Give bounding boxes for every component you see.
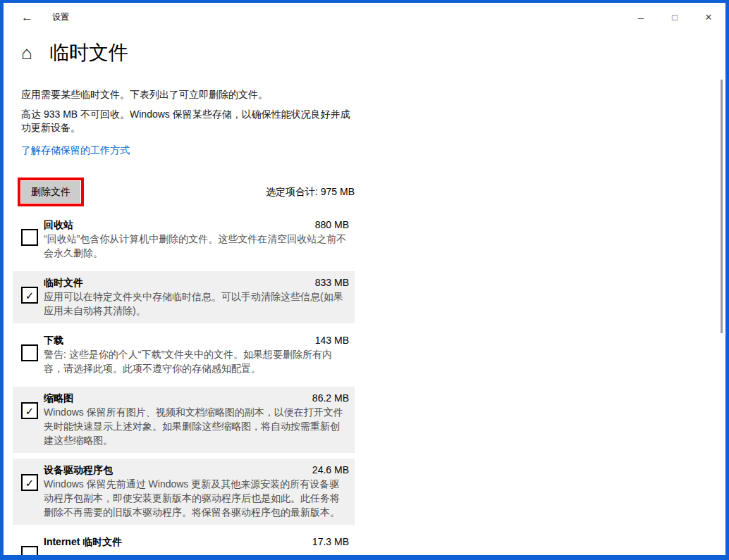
page-content: ⌂ 临时文件 应用需要某些临时文件。下表列出了可立即删除的文件。 高达 933 … bbox=[4, 41, 725, 560]
item-size: 143 MB bbox=[315, 333, 349, 347]
item-body: 回收站 880 MB “回收站”包含你从计算机中删除的文件。这些文件在清空回收站… bbox=[44, 218, 349, 260]
item-size: 17.3 MB bbox=[312, 535, 349, 549]
red-annotation-box: 删除文件 bbox=[18, 178, 84, 206]
action-row: 删除文件 选定项合计: 975 MB bbox=[21, 178, 355, 206]
maximize-button[interactable]: □ bbox=[658, 3, 692, 31]
list-item-driver-packages[interactable]: ✓ 设备驱动程序包 24.6 MB Windows 保留先前通过 Windows… bbox=[13, 459, 355, 525]
learn-more-link[interactable]: 了解存储保留的工作方式 bbox=[21, 144, 130, 156]
window-controls: – □ ✕ bbox=[624, 3, 725, 31]
item-description: 应用可以在特定文件夹中存储临时信息。可以手动清除这些信息(如果应用未自动将其清除… bbox=[44, 290, 349, 318]
checkbox[interactable] bbox=[21, 546, 38, 560]
item-body: Internet 临时文件 17.3 MB bbox=[44, 535, 349, 560]
checkbox[interactable]: ✓ bbox=[21, 287, 38, 304]
checkbox[interactable]: ✓ bbox=[21, 474, 38, 491]
settings-window: ← 设置 – □ ✕ ⌂ 临时文件 应用需要某些临时文件。下表列出了可立即删除的… bbox=[0, 0, 729, 560]
page-title-row: ⌂ 临时文件 bbox=[21, 41, 725, 64]
item-title: 缩略图 bbox=[44, 391, 73, 405]
reserve-note-text: 高达 933 MB 不可回收。Windows 保留某些存储，以确保性能状况良好并… bbox=[21, 108, 355, 135]
close-button[interactable]: ✕ bbox=[692, 3, 725, 31]
item-title: 下载 bbox=[44, 333, 63, 347]
item-body: 缩略图 86.2 MB Windows 保留所有图片、视频和文档缩略图的副本，以… bbox=[44, 391, 349, 447]
file-category-list: 回收站 880 MB “回收站”包含你从计算机中删除的文件。这些文件在清空回收站… bbox=[13, 213, 355, 560]
item-description: 警告: 这些是你的个人“下载”文件夹中的文件。如果想要删除所有内容，请选择此项。… bbox=[44, 347, 349, 375]
item-size: 86.2 MB bbox=[312, 391, 349, 405]
item-size: 880 MB bbox=[315, 218, 349, 232]
list-item-thumbnails[interactable]: ✓ 缩略图 86.2 MB Windows 保留所有图片、视频和文档缩略图的副本… bbox=[13, 387, 355, 453]
selected-total-label: 选定项合计: 975 MB bbox=[266, 186, 355, 199]
vertical-scrollbar[interactable] bbox=[721, 80, 723, 333]
checkbox[interactable] bbox=[21, 344, 38, 361]
check-icon: ✓ bbox=[25, 290, 35, 301]
item-description: Windows 保留先前通过 Windows 更新及其他来源安装的所有设备驱动程… bbox=[44, 477, 349, 519]
item-body: 设备驱动程序包 24.6 MB Windows 保留先前通过 Windows 更… bbox=[44, 463, 349, 519]
list-item-internet-temp-files[interactable]: Internet 临时文件 17.3 MB bbox=[13, 530, 355, 560]
item-body: 下载 143 MB 警告: 这些是你的个人“下载”文件夹中的文件。如果想要删除所… bbox=[44, 333, 349, 375]
check-icon: ✓ bbox=[25, 406, 35, 416]
item-size: 833 MB bbox=[315, 275, 349, 290]
delete-files-button[interactable]: 删除文件 bbox=[21, 181, 80, 203]
intro-text: 应用需要某些临时文件。下表列出了可立即删除的文件。 bbox=[21, 88, 355, 101]
item-title: Internet 临时文件 bbox=[44, 535, 122, 549]
app-title: 设置 bbox=[52, 11, 69, 23]
item-body: 临时文件 833 MB 应用可以在特定文件夹中存储临时信息。可以手动清除这些信息… bbox=[44, 275, 349, 318]
list-item-downloads[interactable]: 下载 143 MB 警告: 这些是你的个人“下载”文件夹中的文件。如果想要删除所… bbox=[13, 329, 355, 381]
page-title: 临时文件 bbox=[49, 41, 128, 64]
item-description: Windows 保留所有图片、视频和文档缩略图的副本，以便在打开文件夹时能快速显… bbox=[44, 405, 349, 447]
item-title: 设备驱动程序包 bbox=[44, 463, 113, 477]
checkbox[interactable] bbox=[21, 229, 38, 246]
list-item-recycle-bin[interactable]: 回收站 880 MB “回收站”包含你从计算机中删除的文件。这些文件在清空回收站… bbox=[13, 213, 355, 266]
back-icon[interactable]: ← bbox=[21, 11, 33, 23]
check-icon: ✓ bbox=[25, 478, 35, 488]
item-size: 24.6 MB bbox=[312, 463, 349, 477]
home-icon: ⌂ bbox=[21, 43, 41, 63]
minimize-button[interactable]: – bbox=[624, 3, 658, 31]
item-title: 临时文件 bbox=[44, 275, 83, 290]
item-title: 回收站 bbox=[44, 218, 73, 232]
titlebar: ← 设置 – □ ✕ bbox=[4, 3, 725, 31]
checkbox[interactable]: ✓ bbox=[21, 402, 38, 419]
list-item-temp-files[interactable]: ✓ 临时文件 833 MB 应用可以在特定文件夹中存储临时信息。可以手动清除这些… bbox=[13, 271, 355, 323]
item-description: “回收站”包含你从计算机中删除的文件。这些文件在清空回收站之前不会永久删除。 bbox=[44, 232, 349, 260]
